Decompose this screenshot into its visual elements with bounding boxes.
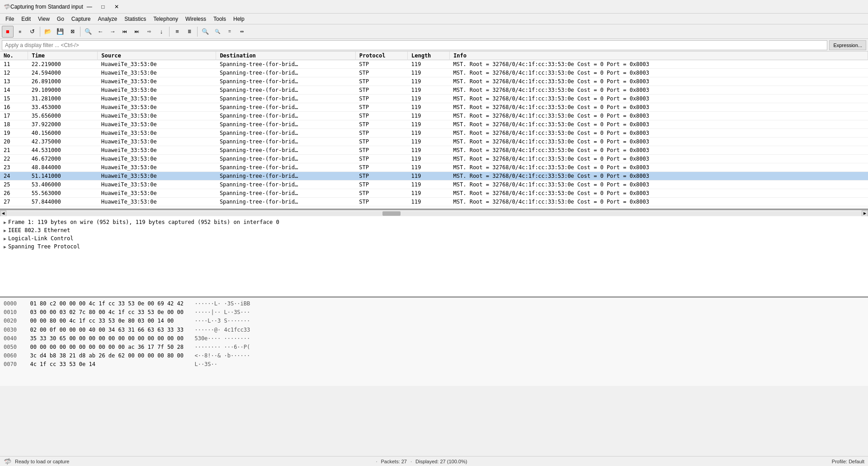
cell-length: 119 — [407, 60, 449, 69]
hex-dump-row: 0040 35 33 30 65 00 00 00 00 00 00 00 00… — [4, 334, 864, 343]
packet-detail-pane[interactable]: ▶Frame 1: 119 bytes on wire (952 bits), … — [0, 216, 868, 298]
table-row[interactable]: 25 53.406000 HuaweiTe_33:53:0e Spanning-… — [0, 181, 868, 189]
cell-protocol: STP — [355, 138, 407, 146]
colorize2-button[interactable]: ≣ — [184, 26, 195, 38]
cell-destination: Spanning-tree-(for-brid… — [216, 112, 355, 120]
col-info[interactable]: Info — [450, 52, 868, 60]
table-row[interactable]: 24 51.141000 HuaweiTe_33:53:0e Spanning-… — [0, 172, 868, 181]
maximize-button[interactable]: □ — [97, 2, 109, 12]
go-last-button[interactable]: ⏭ — [131, 26, 143, 38]
table-row[interactable]: 15 31.281000 HuaweiTe_33:53:0e Spanning-… — [0, 95, 868, 103]
zoom-normal-button[interactable]: = — [224, 26, 236, 38]
go-first-button[interactable]: ⏮ — [119, 26, 131, 38]
status-profile: Profile: Default — [832, 459, 864, 464]
col-protocol[interactable]: Protocol — [355, 52, 407, 60]
scroll-right-button[interactable]: ▶ — [862, 210, 868, 217]
col-source[interactable]: Source — [98, 52, 216, 60]
menu-item-file[interactable]: File — [2, 14, 18, 24]
table-row[interactable]: 20 42.375000 HuaweiTe_33:53:0e Spanning-… — [0, 138, 868, 146]
scroll-thumb[interactable] — [382, 211, 401, 216]
cell-destination: Spanning-tree-(for-brid… — [216, 163, 355, 172]
zoom-in-button[interactable]: 🔍 — [199, 26, 211, 38]
menu-item-tools[interactable]: Tools — [210, 14, 230, 24]
go-back-button[interactable]: ← — [94, 26, 106, 38]
close-button[interactable]: ✕ — [110, 2, 123, 12]
hex-offset: 0010 — [4, 308, 22, 317]
menu-item-help[interactable]: Help — [230, 14, 248, 24]
cell-destination: Spanning-tree-(for-brid… — [216, 95, 355, 103]
table-row[interactable]: 22 46.672000 HuaweiTe_33:53:0e Spanning-… — [0, 155, 868, 163]
cell-no: 21 — [0, 146, 28, 155]
close-file-button[interactable]: ⊠ — [66, 26, 78, 38]
cell-no: 26 — [0, 189, 28, 198]
menu-item-capture[interactable]: Capture — [68, 14, 94, 24]
table-row[interactable]: 18 37.922000 HuaweiTe_33:53:0e Spanning-… — [0, 120, 868, 129]
menu-item-edit[interactable]: Edit — [18, 14, 34, 24]
menu-item-analyze[interactable]: Analyze — [94, 14, 121, 24]
menu-item-go[interactable]: Go — [53, 14, 68, 24]
table-row[interactable]: 26 55.563000 HuaweiTe_33:53:0e Spanning-… — [0, 189, 868, 198]
hex-dump-row: 0010 03 00 00 03 02 7c 80 00 4c 1f cc 33… — [4, 308, 864, 317]
expression-button[interactable]: Expression... — [829, 40, 866, 50]
minimize-button[interactable]: — — [83, 2, 96, 12]
cell-time: 48.844000 — [28, 163, 98, 172]
table-row[interactable]: 23 48.844000 HuaweiTe_33:53:0e Spanning-… — [0, 163, 868, 172]
cell-info: MST. Root = 32768/0/4c:1f:cc:33:53:0e Co… — [450, 77, 868, 86]
hex-bytes: 01 80 c2 00 00 00 4c 1f cc 33 53 0e 00 6… — [24, 300, 186, 308]
cell-time: 24.594000 — [28, 69, 98, 77]
save-file-button[interactable]: 💾 — [54, 26, 66, 38]
display-filter-input[interactable] — [2, 40, 827, 50]
app-title: Capturing from Standard input — [10, 4, 83, 10]
go-to-button[interactable]: ⇨ — [143, 26, 155, 38]
resize-columns-button[interactable]: ⇔ — [236, 26, 248, 38]
table-row[interactable]: 27 57.844000 HuaweiTe_33:53:0e Spanning-… — [0, 198, 868, 206]
cell-info: MST. Root = 32768/0/4c:1f:cc:33:53:0e Co… — [450, 103, 868, 112]
table-row[interactable]: 14 29.109000 HuaweiTe_33:53:0e Spanning-… — [0, 86, 868, 95]
detail-row[interactable]: ▶Spanning Tree Protocol — [0, 243, 868, 251]
scroll-left-button[interactable]: ◀ — [0, 210, 6, 217]
cell-info: MST. Root = 32768/0/4c:1f:cc:33:53:0e Co… — [450, 60, 868, 69]
table-row[interactable]: 13 26.891000 HuaweiTe_33:53:0e Spanning-… — [0, 77, 868, 86]
hex-dump-pane[interactable]: 0000 01 80 c2 00 00 00 4c 1f cc 33 53 0e… — [0, 298, 868, 386]
expand-arrow: ▶ — [4, 228, 6, 233]
find-packet-button[interactable]: 🔍 — [82, 26, 94, 38]
table-row[interactable]: 11 22.219000 HuaweiTe_33:53:0e Spanning-… — [0, 60, 868, 69]
packet-list[interactable]: No. Time Source Destination Protocol Len… — [0, 52, 868, 210]
stop-capture-button[interactable]: ■ — [14, 26, 26, 38]
table-row[interactable]: 19 40.156000 HuaweiTe_33:53:0e Spanning-… — [0, 129, 868, 138]
cell-length: 119 — [407, 172, 449, 181]
detail-row[interactable]: ▶Frame 1: 119 bytes on wire (952 bits), … — [0, 218, 868, 226]
menu-item-view[interactable]: View — [34, 14, 53, 24]
open-file-button[interactable]: 📂 — [42, 26, 54, 38]
table-row[interactable]: 17 35.656000 HuaweiTe_33:53:0e Spanning-… — [0, 112, 868, 120]
cell-protocol: STP — [355, 86, 407, 95]
detail-row[interactable]: ▶Logical-Link Control — [0, 234, 868, 243]
go-forward-button[interactable]: → — [107, 26, 118, 38]
restart-capture-button[interactable]: ↺ — [26, 26, 38, 38]
col-length[interactable]: Length — [407, 52, 449, 60]
cell-info: MST. Root = 32768/0/4c:1f:cc:33:53:0e Co… — [450, 112, 868, 120]
colorize-button[interactable]: ≡ — [171, 26, 183, 38]
hex-ascii: ······L· ·3S··iBB — [188, 300, 250, 308]
autoscroll-button[interactable]: ↓ — [156, 26, 167, 38]
cell-destination: Spanning-tree-(for-brid… — [216, 181, 355, 189]
zoom-out-button[interactable]: 🔍 — [212, 26, 223, 38]
menu-item-telephony[interactable]: Telephony — [150, 14, 182, 24]
cell-no: 14 — [0, 86, 28, 95]
detail-text: Frame 1: 119 bytes on wire (952 bits), 1… — [8, 219, 279, 225]
col-time[interactable]: Time — [28, 52, 98, 60]
detail-row[interactable]: ▶IEEE 802.3 Ethernet — [0, 226, 868, 234]
toolbar-separator-1 — [40, 27, 40, 37]
col-destination[interactable]: Destination — [216, 52, 355, 60]
col-no[interactable]: No. — [0, 52, 28, 60]
table-row[interactable]: 12 24.594000 HuaweiTe_33:53:0e Spanning-… — [0, 69, 868, 77]
start-capture-button[interactable]: ■ — [2, 26, 14, 38]
horizontal-scrollbar[interactable]: ◀ ▶ — [0, 210, 868, 216]
cell-info: MST. Root = 32768/0/4c:1f:cc:33:53:0e Co… — [450, 172, 868, 181]
menu-item-statistics[interactable]: Statistics — [121, 14, 150, 24]
cell-length: 119 — [407, 138, 449, 146]
table-row[interactable]: 16 33.453000 HuaweiTe_33:53:0e Spanning-… — [0, 103, 868, 112]
table-row[interactable]: 21 44.531000 HuaweiTe_33:53:0e Spanning-… — [0, 146, 868, 155]
menu-item-wireless[interactable]: Wireless — [182, 14, 210, 24]
cell-no: 20 — [0, 138, 28, 146]
